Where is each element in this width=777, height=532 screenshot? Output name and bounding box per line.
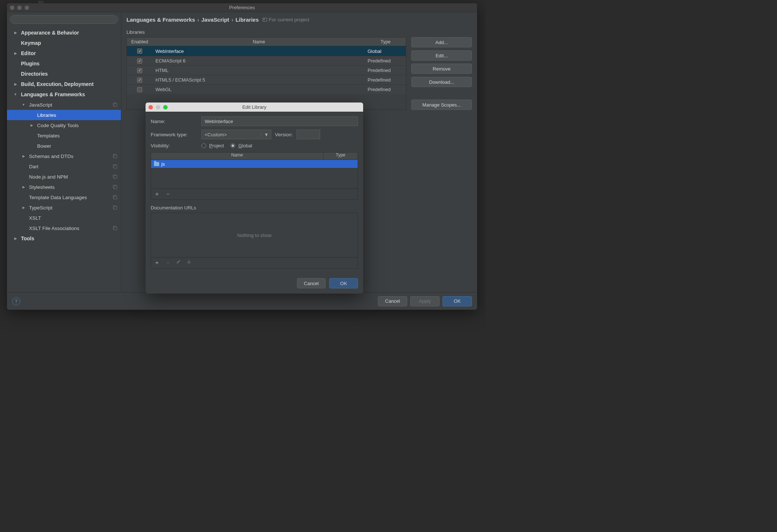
minimize-icon[interactable] (17, 6, 22, 10)
tree-item-node-js-and-npm[interactable]: Node.js and NPM (7, 172, 121, 182)
chevron-right-icon: ▶ (21, 185, 26, 189)
project-scope-icon (113, 164, 117, 169)
project-scope-icon (113, 205, 117, 210)
project-scope-icon (113, 175, 117, 179)
tree-item-appearance-behavior[interactable]: ▶Appearance & Behavior (7, 28, 121, 38)
tree-item-label: Plugins (21, 61, 40, 66)
libraries-table[interactable]: Enabled Name Type WebInterfaceGlobalECMA… (126, 37, 406, 110)
help-icon[interactable]: ? (12, 297, 20, 305)
tree-item-libraries[interactable]: Libraries (7, 110, 121, 120)
tree-item-stylesheets[interactable]: ▶Stylesheets (7, 182, 121, 192)
folder-icon (154, 162, 159, 166)
tree-item-languages-frameworks[interactable]: ▼Languages & Frameworks (7, 89, 121, 100)
traffic-lights[interactable] (10, 6, 29, 10)
remove-file-icon[interactable]: － (165, 190, 171, 198)
version-field[interactable] (297, 130, 320, 139)
tree-item-javascript[interactable]: ▼JavaScript (7, 100, 121, 110)
empty-placeholder: Nothing to show (151, 213, 358, 257)
tree-item-dart[interactable]: Dart (7, 161, 121, 172)
edit-button[interactable]: Edit... (411, 50, 472, 61)
tree-item-label: Code Quality Tools (37, 123, 79, 128)
breadcrumb-part[interactable]: JavaScript (201, 17, 229, 23)
traffic-lights[interactable] (148, 105, 168, 109)
tree-item-editor[interactable]: ▶Editor (7, 48, 121, 58)
search-input[interactable] (10, 15, 118, 24)
manage-scopes-button[interactable]: Manage Scopes... (411, 100, 472, 110)
tree-item-keymap[interactable]: Keymap (7, 38, 121, 48)
svg-rect-3 (114, 104, 117, 107)
tree-item-bower[interactable]: Bower (7, 141, 121, 151)
close-icon[interactable] (10, 6, 14, 10)
project-scope-icon (113, 103, 117, 107)
cancel-button[interactable]: Cancel (378, 296, 407, 306)
tree-item-plugins[interactable]: Plugins (7, 58, 121, 69)
remove-button[interactable]: Remove (411, 64, 472, 74)
tree-item-template-data-languages[interactable]: Template Data Languages (7, 192, 121, 202)
chevron-right-icon: ▶ (13, 82, 18, 86)
tree-item-label: Libraries (37, 112, 56, 118)
tree-item-label: Stylesheets (29, 184, 55, 190)
framework-type-select[interactable]: <Custom> ▼ (201, 130, 271, 139)
preferences-sidebar: ▶Appearance & BehaviorKeymap▶EditorPlugi… (7, 12, 121, 292)
zoom-icon[interactable] (25, 6, 29, 10)
visibility-project-radio[interactable]: ProjectProject (201, 143, 224, 148)
window-title: Preferences (7, 5, 477, 10)
tree-item-templates[interactable]: Templates (7, 130, 121, 141)
framework-type-value: <Custom> (205, 132, 227, 137)
enabled-checkbox[interactable] (137, 58, 142, 64)
tree-item-code-quality-tools[interactable]: ▶Code Quality Tools (7, 120, 121, 130)
add-button[interactable]: Add... (411, 37, 472, 47)
library-type: Predefined (365, 77, 406, 83)
zoom-icon[interactable] (163, 105, 168, 109)
name-label: Name: (151, 119, 198, 124)
tree-item-label: Build, Execution, Deployment (21, 81, 94, 87)
breadcrumb-part: Libraries (236, 17, 259, 23)
enabled-checkbox[interactable] (137, 78, 142, 83)
tree-item-xslt-file-associations[interactable]: XSLT File Associations (7, 223, 121, 233)
tree-item-label: Node.js and NPM (29, 174, 68, 180)
chevron-right-icon: ▶ (21, 154, 26, 158)
table-row[interactable]: HTML5 / ECMAScript 5Predefined (127, 75, 406, 85)
add-url-icon[interactable]: ＋ (154, 259, 160, 267)
enabled-checkbox[interactable] (137, 68, 142, 73)
apply-button[interactable]: Apply (410, 296, 440, 306)
visibility-global-radio[interactable]: Global (230, 143, 252, 148)
files-col-type: Type (323, 152, 358, 159)
settings-tree[interactable]: ▶Appearance & BehaviorKeymap▶EditorPlugi… (7, 27, 121, 292)
library-name: HTML5 / ECMAScript 5 (153, 77, 365, 83)
tree-item-build-execution-deployment[interactable]: ▶Build, Execution, Deployment (7, 79, 121, 89)
chevron-right-icon: ▶ (13, 51, 18, 55)
tree-item-typescript[interactable]: ▶TypeScript (7, 202, 121, 213)
library-files-table[interactable]: Name Type js ＋ － (151, 152, 358, 200)
tree-item-directories[interactable]: Directories (7, 69, 121, 79)
table-row[interactable]: HTMLPredefined (127, 65, 406, 75)
doc-urls-list[interactable]: Nothing to show ＋ － (151, 213, 358, 269)
ok-button[interactable]: OK (443, 296, 472, 306)
project-scope-icon (113, 185, 117, 189)
file-row[interactable]: js (151, 160, 358, 168)
tree-item-tools[interactable]: ▶Tools (7, 233, 121, 244)
add-file-icon[interactable]: ＋ (154, 190, 160, 198)
tree-item-label: Tools (21, 236, 34, 241)
tree-item-schemas-and-dtds[interactable]: ▶Schemas and DTDs (7, 151, 121, 161)
close-icon[interactable] (148, 105, 153, 109)
enabled-checkbox[interactable] (137, 48, 142, 54)
scope-label: For current project (269, 17, 309, 22)
chevron-right-icon: ▶ (29, 123, 34, 127)
dialog-cancel-button[interactable]: Cancel (297, 278, 326, 288)
download-button[interactable]: Download... (411, 77, 472, 87)
table-row[interactable]: ECMAScript 6Predefined (127, 56, 406, 65)
tree-item-xslt[interactable]: XSLT (7, 213, 121, 223)
breadcrumb-part[interactable]: Languages & Frameworks (126, 17, 195, 23)
enabled-checkbox[interactable] (137, 87, 142, 92)
library-type: Predefined (365, 58, 406, 64)
name-field[interactable] (201, 116, 358, 126)
table-row[interactable]: WebInterfaceGlobal (127, 46, 406, 56)
tree-item-label: Keymap (21, 40, 41, 46)
library-type: Predefined (365, 87, 406, 92)
chevron-right-icon: › (232, 17, 233, 23)
table-row[interactable]: WebGLPredefined (127, 85, 406, 94)
svg-rect-20 (187, 262, 191, 263)
dialog-ok-button[interactable]: OK (329, 278, 358, 288)
window-titlebar: Preferences (7, 3, 477, 12)
